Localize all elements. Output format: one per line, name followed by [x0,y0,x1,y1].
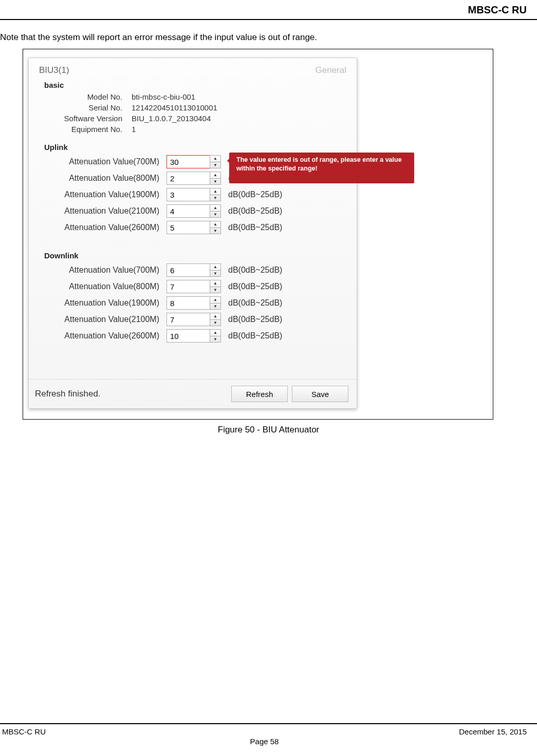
footer-right: December 15, 2015 [459,727,527,736]
spin-buttons[interactable]: ▲▼ [210,155,221,168]
range-text: dB(0dB~25dB) [221,282,282,291]
atten-row: Attenuation Value(2600M) ▲▼ dB(0dB~25dB) [29,328,357,344]
atten-label: Attenuation Value(800M) [29,174,166,183]
atten-spinner[interactable]: ▲▼ [166,313,221,326]
spin-buttons[interactable]: ▲▼ [210,172,221,185]
spin-down-icon[interactable]: ▼ [210,212,220,218]
atten-row: Attenuation Value(2100M) ▲▼ dB(0dB~25dB) [29,203,357,219]
basic-value: bti-mbsc-c-biu-001 [132,92,195,101]
spin-up-icon[interactable]: ▲ [210,280,220,287]
spin-down-icon[interactable]: ▼ [210,162,220,168]
spin-buttons[interactable]: ▲▼ [210,263,221,277]
basic-value: 1 [132,125,136,134]
spin-buttons[interactable]: ▲▼ [210,329,221,343]
footer-center: Page 58 [2,737,527,746]
range-text: dB(0dB~25dB) [221,266,282,275]
spin-up-icon[interactable]: ▲ [210,330,220,336]
atten-row: Attenuation Value(800M) ▲▼ dB(0dB~25dB) [29,278,357,295]
spin-buttons[interactable]: ▲▼ [210,313,221,326]
spin-down-icon[interactable]: ▼ [210,320,220,326]
figure-frame: BIU3(1) General basic Model No.bti-mbsc-… [23,49,493,420]
atten-input[interactable] [166,155,210,168]
range-text: dB(0dB~25dB) [221,223,282,232]
spin-up-icon[interactable]: ▲ [210,313,220,320]
header-label: MBSC-C RU [468,4,527,15]
atten-input[interactable] [166,329,210,343]
range-text: dB(0dB~25dB) [221,315,282,324]
spin-down-icon[interactable]: ▼ [210,228,220,234]
spin-down-icon[interactable]: ▼ [210,336,220,343]
atten-spinner[interactable]: ▲▼ [166,188,221,201]
note-text: Note that the system will report an erro… [0,32,537,43]
spin-up-icon[interactable]: ▲ [210,221,220,228]
atten-row: Attenuation Value(2100M) ▲▼ dB(0dB~25dB) [29,311,357,328]
status-text: Refresh finished. [35,389,101,399]
spin-down-icon[interactable]: ▼ [210,179,220,185]
refresh-button[interactable]: Refresh [231,386,288,402]
basic-row: Serial No.12142204510113010001 [29,102,357,113]
atten-input[interactable] [166,280,210,293]
atten-input[interactable] [166,204,210,218]
spin-down-icon[interactable]: ▼ [210,271,220,277]
footer-left: MBSC-C RU [2,727,46,736]
spin-up-icon[interactable]: ▲ [210,205,220,212]
atten-spinner[interactable]: ▲▼ [166,221,221,234]
uplink-rows: Attenuation Value(700M) ▲▼ The value ent… [29,154,357,240]
range-text: dB(0dB~25dB) [221,331,282,341]
basic-row: Software VersionBIU_1.0.0.7_20130404 [29,113,357,124]
app-window: BIU3(1) General basic Model No.bti-mbsc-… [28,58,357,409]
basic-row: Equipment No.1 [29,124,357,135]
atten-label: Attenuation Value(700M) [29,157,166,166]
atten-input[interactable] [166,172,210,185]
spin-up-icon[interactable]: ▲ [210,297,220,304]
atten-input[interactable] [166,313,210,326]
atten-spinner[interactable]: ▲▼ [166,172,221,185]
atten-label: Attenuation Value(2600M) [29,223,166,232]
save-button[interactable]: Save [292,386,348,402]
atten-spinner[interactable]: ▲▼ [166,280,221,293]
atten-label: Attenuation Value(2600M) [29,331,166,341]
spin-buttons[interactable]: ▲▼ [210,296,221,310]
basic-value: BIU_1.0.0.7_20130404 [132,114,211,123]
atten-spinner[interactable]: ▲▼ [166,204,221,218]
atten-row: Attenuation Value(700M) ▲▼ dB(0dB~25dB) [29,262,357,278]
spin-down-icon[interactable]: ▼ [210,304,220,310]
atten-spinner[interactable]: ▲▼ [166,329,221,343]
atten-label: Attenuation Value(2100M) [29,206,166,216]
atten-label: Attenuation Value(800M) [29,282,166,291]
spin-down-icon[interactable]: ▼ [210,195,220,201]
spin-down-icon[interactable]: ▼ [210,287,220,293]
atten-label: Attenuation Value(1900M) [29,190,166,199]
tab-general[interactable]: General [316,65,346,75]
atten-spinner[interactable]: ▲▼ [166,296,221,310]
basic-label: Model No. [29,92,132,101]
basic-label: Equipment No. [29,125,132,134]
range-text: dB(0dB~25dB) [221,298,282,308]
basic-rows: Model No.bti-mbsc-c-biu-001 Serial No.12… [29,91,357,140]
figure-caption: Figure 50 - BIU Attenuator [0,425,537,435]
range-text: dB(0dB~25dB) [221,190,282,199]
spin-buttons[interactable]: ▲▼ [210,204,221,218]
spin-up-icon[interactable]: ▲ [210,264,220,271]
atten-input[interactable] [166,263,210,277]
atten-spinner[interactable]: ▲▼ [166,155,221,168]
atten-input[interactable] [166,188,210,201]
spin-up-icon[interactable]: ▲ [210,172,220,179]
spin-up-icon[interactable]: ▲ [210,188,220,195]
spin-buttons[interactable]: ▲▼ [210,188,221,201]
section-basic: basic [29,78,357,91]
atten-input[interactable] [166,221,210,234]
spin-buttons[interactable]: ▲▼ [210,280,221,293]
basic-label: Serial No. [29,103,132,112]
range-text: dB(0dB~25dB) [221,206,282,216]
basic-row: Model No.bti-mbsc-c-biu-001 [29,91,357,102]
atten-row: Attenuation Value(1900M) ▲▼ dB(0dB~25dB) [29,295,357,311]
downlink-rows: Attenuation Value(700M) ▲▼ dB(0dB~25dB) … [29,262,357,348]
atten-row: Attenuation Value(2600M) ▲▼ dB(0dB~25dB) [29,219,357,236]
error-tooltip: The value entered is out of range, pleas… [229,153,414,183]
atten-label: Attenuation Value(700M) [29,266,166,275]
atten-input[interactable] [166,296,210,310]
spin-up-icon[interactable]: ▲ [210,156,220,162]
atten-spinner[interactable]: ▲▼ [166,263,221,277]
spin-buttons[interactable]: ▲▼ [210,221,221,234]
